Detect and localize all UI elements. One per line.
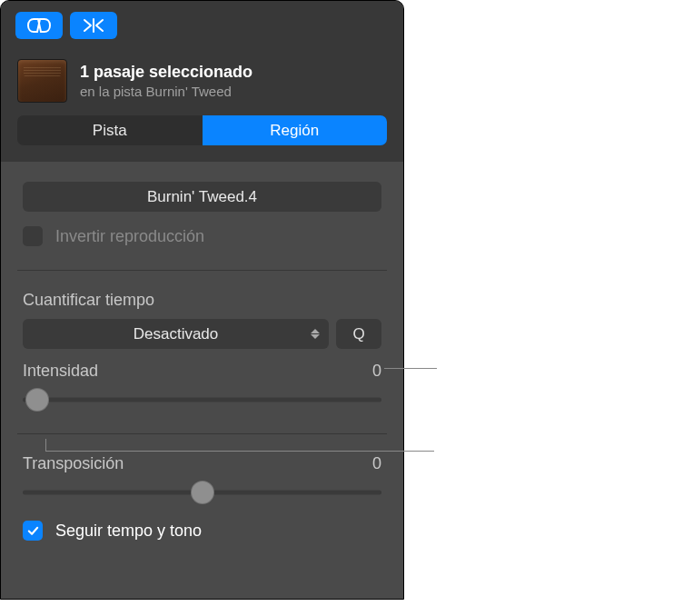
transpose-label: Transposición xyxy=(23,454,124,473)
quantize-select[interactable]: Desactivado xyxy=(23,319,329,349)
quantize-apply-button[interactable]: Q xyxy=(336,319,381,349)
quantize-value: Desactivado xyxy=(134,325,219,343)
navigate-icon-button[interactable] xyxy=(70,12,117,39)
selection-title: 1 pasaje seleccionado xyxy=(80,63,252,82)
callout-line xyxy=(384,368,437,369)
select-arrows-icon xyxy=(311,329,320,339)
slider-thumb-icon xyxy=(25,388,49,412)
quantize-section: Cuantificar tiempo Desactivado Q Intensi… xyxy=(17,271,387,434)
callout-line xyxy=(45,439,46,451)
reverse-label: Invertir reproducción xyxy=(55,227,204,246)
region-name-input[interactable] xyxy=(23,182,381,212)
transpose-value: 0 xyxy=(372,454,381,473)
transpose-slider[interactable] xyxy=(23,479,381,506)
loop-link-icon xyxy=(27,17,51,34)
tab-track[interactable]: Pista xyxy=(17,115,203,145)
callout-line xyxy=(45,451,434,452)
header-section: 1 pasaje seleccionado en la pista Burnin… xyxy=(1,50,403,162)
inspector-panel: 1 pasaje seleccionado en la pista Burnin… xyxy=(0,0,404,600)
transpose-section: Transposición 0 Seguir tempo y tono xyxy=(17,434,387,564)
content-area: Invertir reproducción Cuantificar tiempo… xyxy=(1,162,403,564)
top-toolbar xyxy=(1,1,403,50)
region-name-section: Invertir reproducción xyxy=(17,162,387,271)
strength-value: 0 xyxy=(372,362,381,381)
strength-slider[interactable] xyxy=(23,386,381,413)
slider-thumb-icon xyxy=(191,481,214,504)
tab-region[interactable]: Región xyxy=(203,115,388,145)
follow-tempo-checkbox[interactable] xyxy=(23,521,43,541)
checkmark-icon xyxy=(26,524,40,538)
loop-icon-button[interactable] xyxy=(15,12,63,39)
track-thumbnail xyxy=(17,59,67,103)
strength-label: Intensidad xyxy=(23,362,98,381)
follow-tempo-label: Seguir tempo y tono xyxy=(55,522,202,541)
converge-arrows-icon xyxy=(82,17,105,34)
track-region-segmented: Pista Región xyxy=(17,115,387,145)
quantize-label: Cuantificar tiempo xyxy=(23,291,381,310)
reverse-checkbox[interactable] xyxy=(23,226,43,246)
selection-subtitle: en la pista Burnin' Tweed xyxy=(80,84,252,99)
